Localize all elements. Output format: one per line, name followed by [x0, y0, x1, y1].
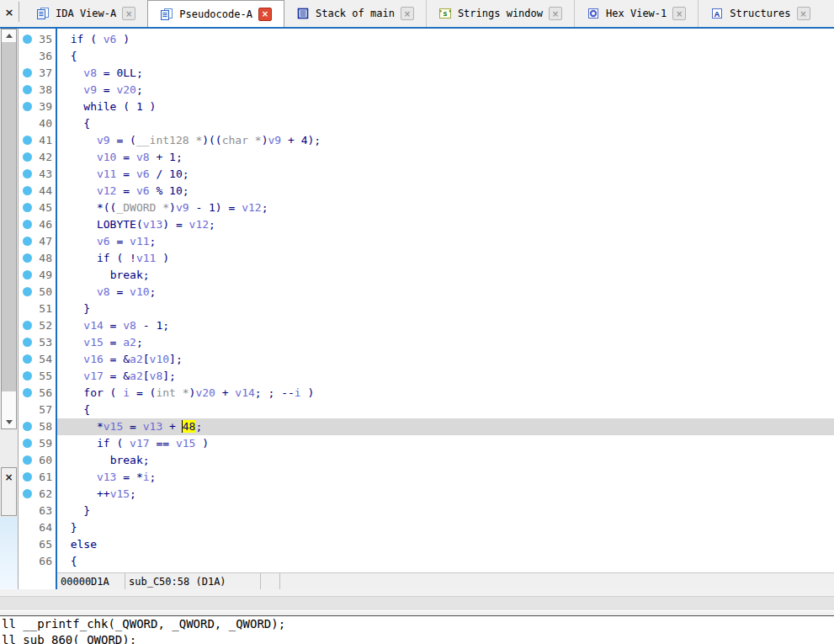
code-line[interactable]: *v15 = v13 + 48; — [57, 418, 834, 435]
gutter-row[interactable]: 65 — [19, 536, 56, 553]
code-line[interactable]: { — [57, 553, 834, 570]
breakpoint-icon[interactable] — [23, 489, 32, 498]
tab-close-icon[interactable]: × — [797, 7, 810, 20]
breakpoint-icon[interactable] — [23, 186, 32, 195]
code-line[interactable]: v14 = v8 - 1; — [57, 317, 834, 334]
breakpoint-icon[interactable] — [23, 203, 32, 212]
code-line[interactable]: v9 = v20; — [57, 82, 834, 98]
breakpoint-icon[interactable] — [23, 237, 32, 246]
code-line[interactable]: for ( i = (int *)v20 + v14; ; --i ) — [57, 385, 834, 402]
breakpoint-icon[interactable] — [23, 253, 32, 263]
gutter-row[interactable]: 49 — [19, 267, 56, 284]
code-line[interactable]: { — [57, 402, 834, 418]
code-line[interactable]: ++v15; — [57, 486, 834, 503]
code-line[interactable]: v17 = &a2[v8]; — [57, 368, 834, 385]
code-line[interactable]: } — [57, 519, 834, 536]
breakpoint-icon[interactable] — [23, 68, 32, 77]
tab-close-icon[interactable]: × — [258, 8, 272, 21]
code-line[interactable]: while ( 1 ) — [57, 98, 834, 115]
code-line[interactable]: v16 = &a2[v10]; — [57, 351, 834, 368]
breakpoint-icon[interactable] — [23, 270, 32, 279]
code-line[interactable]: v8 = v10; — [57, 284, 834, 301]
code-line[interactable]: *((_DWORD *)v9 - 1) = v12; — [57, 200, 834, 216]
code-line[interactable]: v15 = a2; — [57, 334, 834, 351]
breakpoint-icon[interactable] — [23, 85, 32, 94]
tab-close-icon[interactable]: × — [672, 7, 686, 20]
gutter-row[interactable]: 51 — [19, 301, 56, 317]
line-number-gutter[interactable]: 3536373839404142434445464748495051525354… — [19, 29, 56, 589]
breakpoint-icon[interactable] — [23, 287, 32, 296]
code-line[interactable]: { — [57, 48, 834, 65]
gutter-row[interactable]: 62 — [19, 486, 56, 503]
code-line[interactable]: break; — [57, 452, 834, 469]
gutter-row[interactable]: 38 — [19, 82, 56, 98]
code-line[interactable]: v8 = 0LL; — [57, 65, 834, 82]
gutter-row[interactable]: 56 — [19, 385, 56, 402]
code-line[interactable]: v11 = v6 / 10; — [57, 166, 834, 183]
code-line[interactable]: break; — [57, 267, 834, 284]
code-line[interactable]: } — [57, 301, 834, 317]
gutter-row[interactable]: 39 — [19, 98, 56, 115]
tab-close-icon[interactable]: × — [401, 7, 414, 20]
gutter-row[interactable]: 59 — [19, 435, 56, 452]
gutter-row[interactable]: 43 — [19, 166, 56, 183]
gutter-row[interactable]: 45 — [19, 200, 56, 216]
breakpoint-icon[interactable] — [23, 354, 32, 364]
code-line[interactable]: LOBYTE(v13) = v12; — [57, 216, 834, 233]
gutter-row[interactable]: 55 — [19, 368, 56, 385]
breakpoint-icon[interactable] — [23, 472, 32, 482]
code-line[interactable]: if ( v6 ) — [57, 31, 834, 48]
breakpoint-icon[interactable] — [23, 371, 32, 381]
code-line[interactable]: v10 = v8 + 1; — [57, 149, 834, 166]
vertical-scrollbar[interactable] — [1, 29, 17, 429]
gutter-row[interactable]: 37 — [19, 65, 56, 82]
code-line[interactable]: v6 = v11; — [57, 233, 834, 250]
tabbar-close-button[interactable]: × — [0, 2, 19, 22]
gutter-row[interactable]: 54 — [19, 351, 56, 368]
tab-structures[interactable]: AStructures× — [698, 0, 821, 27]
gutter-row[interactable]: 35 — [19, 31, 56, 48]
breakpoint-icon[interactable] — [23, 136, 32, 145]
code-line[interactable]: v13 = *i; — [57, 469, 834, 486]
tab-strings-window[interactable]: 's'Strings window× — [426, 0, 574, 27]
breakpoint-icon[interactable] — [23, 321, 32, 330]
breakpoint-icon[interactable] — [23, 35, 32, 44]
gutter-row[interactable]: 47 — [19, 233, 56, 250]
breakpoint-icon[interactable] — [23, 439, 32, 448]
code-area[interactable]: if ( v6 ) { v8 = 0LL; v9 = v20; while ( … — [57, 29, 834, 572]
gutter-row[interactable]: 53 — [19, 334, 56, 351]
breakpoint-icon[interactable] — [23, 388, 32, 397]
gutter-row[interactable]: 64 — [19, 519, 56, 536]
gutter-row[interactable]: 66 — [19, 553, 56, 570]
gutter-row[interactable]: 42 — [19, 149, 56, 166]
code-line[interactable]: ll sub_860(_OWORD); — [0, 632, 834, 644]
breakpoint-icon[interactable] — [23, 169, 32, 178]
dock-close-button[interactable]: × — [1, 467, 17, 516]
code-line[interactable]: } — [57, 503, 834, 519]
gutter-row[interactable]: 58 — [19, 418, 56, 435]
tab-hex-view-1[interactable]: Hex View-1× — [574, 0, 698, 27]
gutter-row[interactable]: 44 — [19, 183, 56, 200]
gutter-row[interactable]: 48 — [19, 250, 56, 267]
breakpoint-icon[interactable] — [23, 220, 32, 229]
gutter-row[interactable]: 63 — [19, 503, 56, 519]
gutter-row[interactable]: 40 — [19, 115, 56, 132]
gutter-row[interactable]: 60 — [19, 452, 56, 469]
tab-close-icon[interactable]: × — [549, 7, 562, 20]
scroll-up-arrow-icon[interactable] — [2, 29, 16, 42]
tab-stack-of-main[interactable]: Stack of main× — [284, 0, 426, 27]
tab-ida-view-a[interactable]: IDA View-A× — [24, 0, 147, 27]
gutter-row[interactable]: 52 — [19, 317, 56, 334]
breakpoint-icon[interactable] — [23, 422, 32, 431]
code-line[interactable]: if ( v17 == v15 ) — [57, 435, 834, 452]
gutter-row[interactable]: 36 — [19, 48, 56, 65]
tab-pseudocode-a[interactable]: Pseudocode-A× — [147, 0, 284, 27]
breakpoint-icon[interactable] — [23, 152, 32, 162]
gutter-row[interactable]: 61 — [19, 469, 56, 486]
breakpoint-icon[interactable] — [23, 455, 32, 465]
breakpoint-icon[interactable] — [23, 102, 32, 111]
code-line[interactable]: v9 = (__int128 *)((char *)v9 + 4); — [57, 132, 834, 149]
code-line[interactable]: if ( !v11 ) — [57, 250, 834, 267]
scrollbar-thumb[interactable] — [2, 42, 16, 391]
code-line[interactable]: else — [57, 536, 834, 553]
